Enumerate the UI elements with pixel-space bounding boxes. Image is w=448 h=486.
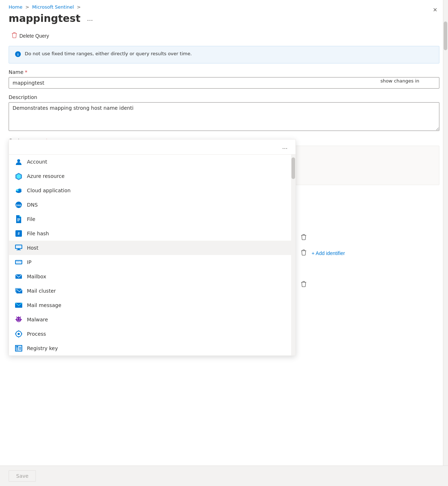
svg-rect-46 (21, 334, 22, 334)
hostname-delete-button[interactable] (299, 247, 309, 259)
svg-rect-20 (16, 245, 22, 248)
cloud-application-label: Cloud application (27, 188, 71, 193)
mailbox-icon (15, 273, 23, 280)
svg-point-34 (17, 319, 18, 320)
ip-label: IP (27, 259, 32, 265)
svg-text:i: i (17, 52, 18, 56)
delete-query-label: Delete Query (19, 33, 49, 39)
svg-rect-44 (18, 336, 19, 338)
dropdown-item-registry-key[interactable]: Registry key (9, 341, 295, 355)
mailbox-label: Mailbox (27, 274, 46, 279)
registry-key-label: Registry key (27, 345, 58, 351)
dropdown-item-file-hash[interactable]: # File hash (9, 226, 295, 241)
dropdown-item-azure-resource[interactable]: Azure resource (9, 169, 295, 183)
breadcrumb-home[interactable]: Home (9, 4, 22, 10)
delete-icon (11, 32, 17, 39)
ip-icon (15, 258, 23, 266)
delete-query-button[interactable]: Delete Query (9, 30, 52, 42)
svg-point-6 (17, 159, 20, 162)
dropdown-item-mail-message[interactable]: Mail message (9, 298, 295, 312)
dropdown-item-dns[interactable]: DNS DNS (9, 198, 295, 212)
dropdown-item-file[interactable]: File (9, 212, 295, 226)
page-title: mappingtest (9, 13, 80, 24)
name-field-group: Name * (9, 69, 439, 89)
account-label: Account (27, 159, 47, 165)
page-container: × Home > Microsoft Sentinel > mappingtes… (0, 0, 448, 486)
name-input[interactable] (9, 77, 439, 89)
account-icon (15, 158, 23, 166)
cloud-application-icon (15, 187, 23, 194)
malware-icon (15, 316, 23, 324)
add-identifier-button[interactable]: + Add identifier (312, 249, 345, 258)
info-icon: i (15, 51, 21, 59)
file-label: File (27, 216, 35, 222)
main-scrollbar[interactable] (443, 0, 448, 486)
svg-point-35 (19, 319, 20, 320)
breadcrumb-sentinel[interactable]: Microsoft Sentinel (32, 4, 74, 10)
info-banner-text: Do not use fixed time ranges, either dir… (25, 51, 192, 57)
file-hash-icon: # (15, 230, 23, 237)
description-label: Description (9, 94, 439, 100)
dropdown-item-mailbox[interactable]: Mailbox (9, 269, 295, 284)
svg-rect-27 (20, 261, 21, 262)
svg-text:DNS: DNS (16, 204, 22, 207)
dropdown-list: Account Azure resource (9, 155, 295, 355)
name-required-star: * (25, 69, 27, 75)
entity-type-dropdown-overlay: ... Account (9, 139, 296, 356)
info-banner: i Do not use fixed time ranges, either d… (9, 46, 439, 63)
svg-rect-22 (17, 250, 21, 250)
dropdown-scrollbar[interactable] (291, 155, 295, 355)
dropdown-header: ... (9, 140, 295, 155)
svg-rect-25 (17, 261, 18, 262)
breadcrumb: Home > Microsoft Sentinel > (0, 0, 448, 13)
dns-icon: DNS (15, 201, 23, 209)
dropdown-item-malware[interactable]: Malware (9, 312, 295, 327)
dropdown-item-ip[interactable]: IP (9, 255, 295, 269)
malware-label: Malware (27, 317, 48, 322)
close-button[interactable]: × (433, 6, 437, 14)
mail-cluster-label: Mail cluster (27, 288, 56, 294)
svg-rect-16 (17, 221, 19, 221)
svg-rect-21 (18, 249, 20, 250)
dropdown-item-cloud-application[interactable]: Cloud application (9, 183, 295, 198)
description-input[interactable]: Demonstrates mapping strong host name id… (9, 102, 439, 131)
save-button[interactable]: Save (9, 470, 36, 482)
svg-rect-43 (18, 330, 19, 331)
name-label: Name * (9, 69, 439, 75)
mail-cluster-icon (15, 287, 23, 295)
page-header: mappingtest ... (0, 13, 448, 30)
dns-label: DNS (27, 202, 38, 208)
registry-key-icon (15, 344, 23, 352)
svg-point-42 (18, 333, 20, 335)
footer: Save (0, 466, 448, 486)
mail-message-icon (15, 301, 23, 309)
process-icon (15, 330, 23, 338)
azure-resource-icon (15, 172, 23, 180)
host-dropdown-label: Host (27, 245, 38, 251)
dropdown-item-account[interactable]: Account (9, 155, 295, 169)
file-hash-label: File hash (27, 231, 49, 236)
dropdown-scrollbar-thumb (291, 157, 295, 179)
svg-point-11 (18, 189, 22, 191)
svg-line-38 (17, 317, 17, 317)
breadcrumb-sep1: > (25, 4, 29, 10)
host-entity-delete-button[interactable] (299, 232, 309, 244)
dropdown-item-process[interactable]: Process (9, 327, 295, 341)
process-label: Process (27, 331, 46, 337)
dropdown-item-mail-cluster[interactable]: Mail cluster (9, 284, 295, 298)
svg-line-37 (20, 317, 21, 317)
host-dropdown-icon (15, 244, 23, 252)
file-icon (15, 215, 23, 223)
svg-rect-45 (15, 334, 16, 334)
scrollbar-thumb (444, 22, 447, 50)
mail-message-label: Mail message (27, 302, 61, 308)
header-more-options-button[interactable]: ... (85, 13, 95, 24)
azureid-delete-button[interactable] (299, 279, 309, 291)
toolbar: Delete Query (0, 30, 448, 46)
dropdown-more-options[interactable]: ... (280, 142, 290, 151)
show-changes-text: show changes in (381, 78, 419, 84)
svg-text:#: # (18, 232, 20, 236)
svg-rect-50 (16, 346, 18, 347)
dropdown-item-host[interactable]: Host (9, 241, 295, 255)
description-field-group: Description Demonstrates mapping strong … (9, 94, 439, 132)
